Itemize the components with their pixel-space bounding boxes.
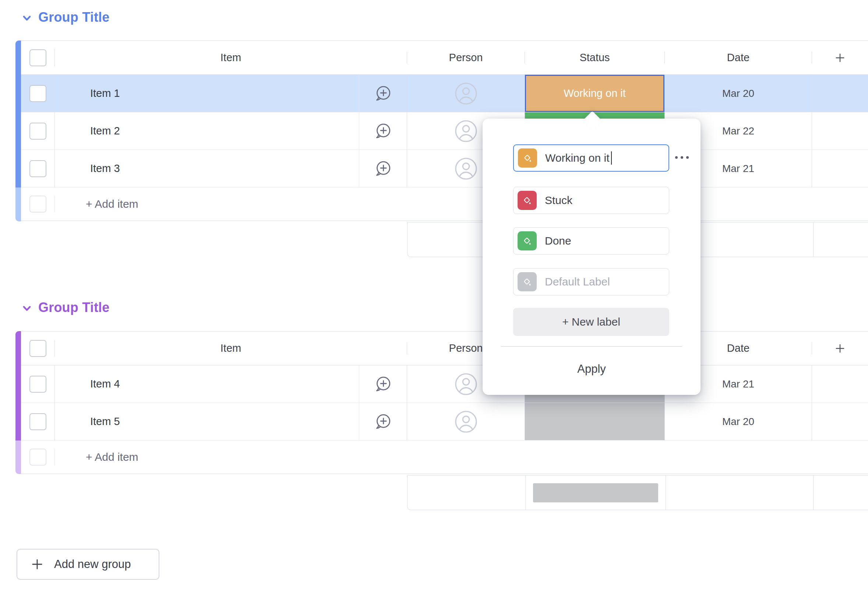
text-cursor (611, 151, 612, 165)
person-avatar[interactable] (407, 403, 525, 440)
group1-column-person[interactable]: Person (407, 51, 525, 64)
status-cell[interactable] (525, 403, 665, 440)
paint-bucket-icon (518, 231, 537, 250)
table-row: Item 4 Mar 21 (21, 365, 868, 403)
group2-title[interactable]: Group Title (38, 300, 110, 315)
table-row: Item 1 Working on it Mar 20 (21, 75, 868, 112)
plus-icon (30, 557, 45, 572)
paint-bucket-icon (518, 272, 537, 291)
label-edit-input[interactable]: Working on it (545, 152, 609, 164)
label-option-working-on-it[interactable]: Working on it (513, 144, 669, 172)
group1-header-row: Item Person Status Date (21, 41, 868, 75)
group2-table: Item Person Status Date Item 4 (16, 331, 868, 474)
group1-column-date[interactable]: Date (665, 51, 812, 64)
add-item-button[interactable]: + Add item (55, 198, 138, 210)
label-option-done[interactable]: Done (513, 227, 669, 255)
label-option-stuck[interactable]: Stuck (513, 187, 669, 214)
board-page: Group Title Item Person Status Date Item… (0, 0, 868, 607)
status-cell[interactable]: Working on it (525, 75, 665, 112)
item-name[interactable]: Item 3 (55, 150, 359, 187)
group2-add-column-icon[interactable] (812, 342, 868, 355)
group1-column-item[interactable]: Item (55, 51, 407, 64)
group1-collapse-chevron-icon[interactable] (20, 11, 34, 25)
add-item-button[interactable]: + Add item (55, 451, 138, 463)
label-text: Done (545, 234, 571, 247)
item-name[interactable]: Item 1 (55, 75, 359, 112)
label-option-default[interactable]: Default Label (513, 268, 669, 295)
status-picker-popup: Working on it Stuck Done Default Label +… (483, 119, 701, 395)
label-text: Stuck (545, 194, 572, 206)
item-name[interactable]: Item 4 (55, 365, 359, 402)
item-name[interactable]: Item 2 (55, 112, 359, 149)
new-label-button[interactable]: + New label (513, 308, 669, 336)
group1-table: Item Person Status Date Item 1 (16, 40, 868, 221)
group2-header-row: Item Person Status Date (21, 332, 868, 365)
date-cell[interactable]: Mar 20 (665, 75, 812, 112)
table-row: Item 2 Mar 22 (21, 112, 868, 150)
row-checkbox[interactable] (29, 123, 46, 140)
group2-collapse-chevron-icon[interactable] (20, 301, 34, 315)
paint-bucket-icon (518, 148, 537, 168)
add-new-group-button[interactable]: Add new group (17, 549, 160, 580)
group1-color-bar (16, 40, 21, 188)
row-checkbox[interactable] (29, 160, 46, 177)
person-avatar[interactable] (407, 75, 525, 112)
status-distribution-bar (533, 483, 658, 502)
item-name[interactable]: Item 5 (55, 403, 359, 440)
group2-color-bar (16, 331, 21, 441)
add-new-group-label: Add new group (54, 557, 131, 571)
add-item-row: + Add item (21, 441, 868, 474)
add-conversation-icon[interactable] (359, 403, 407, 440)
group2-summary-row (407, 475, 868, 510)
row-checkbox[interactable] (29, 376, 46, 393)
apply-button[interactable]: Apply (483, 362, 701, 376)
group2-column-item[interactable]: Item (55, 342, 407, 354)
row-checkbox[interactable] (29, 85, 46, 102)
row-checkbox-disabled (29, 196, 46, 213)
table-row: Item 3 Mar 21 (21, 150, 868, 188)
table-row: Item 5 Mar 20 (21, 403, 868, 441)
group1-title[interactable]: Group Title (38, 9, 110, 25)
row-checkbox-disabled (29, 449, 46, 466)
group1-column-status[interactable]: Status (525, 51, 665, 64)
group1-select-all-checkbox[interactable] (29, 50, 46, 66)
add-conversation-icon[interactable] (359, 150, 407, 187)
date-cell[interactable]: Mar 20 (665, 403, 812, 440)
add-conversation-icon[interactable] (359, 365, 407, 402)
paint-bucket-icon (518, 191, 537, 210)
add-conversation-icon[interactable] (359, 112, 407, 149)
group1-add-column-icon[interactable] (812, 51, 868, 64)
label-text: Default Label (545, 275, 610, 288)
group2-select-all-checkbox[interactable] (29, 340, 46, 357)
add-item-row: + Add item (21, 188, 868, 221)
popup-divider (501, 346, 682, 346)
group1-color-bar-faded (16, 188, 21, 221)
add-conversation-icon[interactable] (359, 75, 407, 112)
label-more-options-icon[interactable] (675, 156, 689, 159)
row-checkbox[interactable] (29, 413, 46, 430)
group2-color-bar-faded (16, 441, 21, 474)
